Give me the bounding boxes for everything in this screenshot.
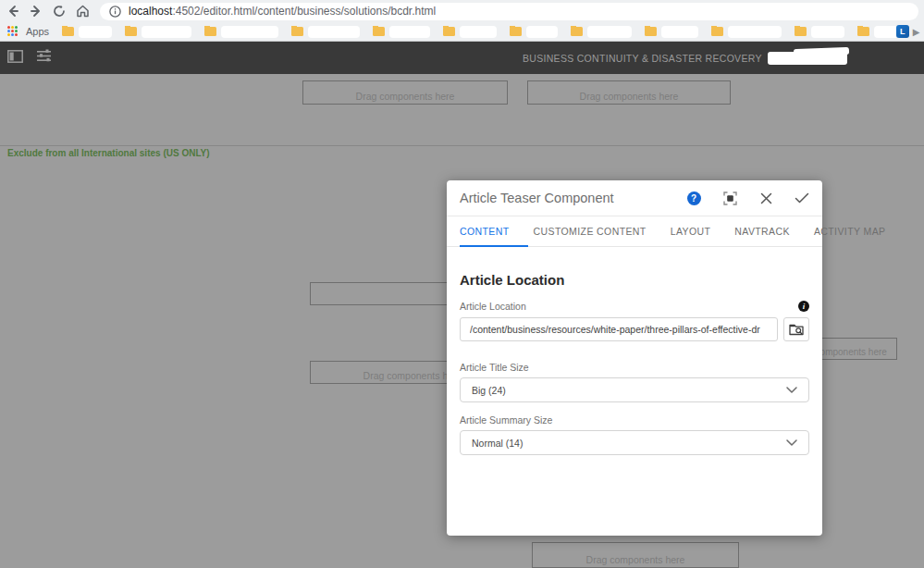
redacted-bookmark-label	[460, 26, 497, 38]
folder-icon	[645, 27, 657, 36]
folder-icon	[857, 27, 869, 36]
redacted-bookmark-label	[389, 26, 430, 38]
article-location-label: Article Location	[460, 301, 526, 312]
article-title-size-label: Article Title Size	[460, 362, 809, 373]
folder-icon	[125, 27, 137, 36]
article-summary-size-select[interactable]: Normal (14)	[460, 430, 809, 455]
fullscreen-icon[interactable]	[722, 191, 737, 205]
dialog-tabs: CONTENT CUSTOMIZE CONTENT LAYOUT NAVTRAC…	[447, 216, 822, 247]
help-icon[interactable]: ?	[686, 191, 701, 205]
chevron-down-icon	[786, 387, 797, 393]
bookmark-folder[interactable]	[62, 26, 112, 38]
redacted-bookmark-label	[142, 26, 191, 38]
folder-icon	[291, 27, 303, 36]
folder-icon	[204, 27, 216, 36]
aem-editor-toolbar: BUSINESS CONTINUITY & DISASTER RECOVERY	[0, 42, 924, 74]
section-divider	[0, 145, 924, 146]
dialog-header: Article Teaser Component ?	[447, 180, 822, 216]
redacted-bookmark-label	[221, 26, 278, 38]
url-text: localhost:4502/editor.html/content/busin…	[129, 5, 436, 18]
redacted-title-suffix	[768, 52, 847, 65]
redacted-bookmark-label	[728, 26, 782, 38]
folder-search-icon	[789, 323, 804, 336]
reload-icon[interactable]	[49, 1, 69, 21]
redacted-bookmark-label	[308, 26, 360, 38]
bookmark-items	[62, 26, 896, 38]
page-properties-icon[interactable]	[36, 49, 52, 67]
bookmark-folder[interactable]	[125, 26, 191, 38]
article-summary-size-value: Normal (14)	[472, 438, 523, 449]
tab-content[interactable]: CONTENT	[460, 216, 510, 246]
redacted-bookmark-label	[811, 26, 844, 38]
folder-icon	[571, 27, 583, 36]
folder-icon	[373, 27, 385, 36]
info-icon[interactable]: i	[798, 301, 809, 312]
folder-icon	[711, 27, 723, 36]
confirm-check-icon[interactable]	[795, 191, 809, 205]
drop-zone[interactable]: Drag components here	[532, 542, 739, 568]
article-location-input[interactable]	[460, 317, 778, 341]
redacted-bookmark-label	[874, 26, 896, 38]
article-teaser-dialog: Article Teaser Component ? CONTENT CUSTO…	[447, 180, 822, 536]
article-title-size-select[interactable]: Big (24)	[460, 377, 809, 402]
home-icon[interactable]	[72, 1, 92, 21]
bookmark-folder[interactable]	[373, 26, 430, 38]
path-browser-button[interactable]	[783, 317, 809, 341]
tab-layout[interactable]: LAYOUT	[671, 216, 711, 246]
tab-customize-content[interactable]: CUSTOMIZE CONTENT	[534, 216, 647, 246]
apps-grid-icon[interactable]	[7, 26, 18, 37]
redacted-bookmark-label	[79, 26, 112, 38]
bookmark-folder[interactable]	[645, 26, 698, 38]
folder-icon	[443, 27, 455, 36]
exclusion-note: Exclude from all International sites (US…	[7, 148, 210, 158]
bookmark-folder[interactable]	[857, 26, 896, 38]
bookmark-folder[interactable]	[510, 26, 558, 38]
bookmarks-bar: Apps L ▶	[0, 22, 924, 42]
forward-icon[interactable]	[26, 1, 46, 21]
redacted-bookmark-label	[526, 26, 558, 38]
back-icon[interactable]	[3, 1, 23, 21]
page-info-icon[interactable]	[109, 6, 121, 18]
address-bar[interactable]: localhost:4502/editor.html/content/busin…	[100, 3, 918, 20]
side-panel-toggle-icon[interactable]	[7, 50, 23, 67]
article-title-size-value: Big (24)	[472, 385, 506, 396]
bookmark-folder[interactable]	[443, 26, 497, 38]
dialog-title: Article Teaser Component	[460, 191, 686, 205]
tab-navtrack[interactable]: NAVTRACK	[734, 216, 790, 246]
folder-icon	[510, 27, 522, 36]
folder-icon	[62, 27, 74, 36]
close-icon[interactable]	[758, 191, 773, 205]
bookmark-folder[interactable]	[711, 26, 782, 38]
drop-zone[interactable]: Drag components here	[302, 80, 508, 105]
apps-label[interactable]: Apps	[26, 26, 49, 37]
article-summary-size-label: Article Summary Size	[460, 414, 809, 426]
folder-icon	[795, 27, 807, 36]
tab-activity-map[interactable]: ACTIVITY MAP	[814, 216, 886, 246]
dialog-body: Article Location Article Location i Arti…	[447, 272, 822, 455]
chevron-down-icon	[786, 439, 797, 446]
bookmarks-overflow-chevron-icon[interactable]: ▶	[913, 27, 920, 37]
bookmark-folder[interactable]	[291, 26, 360, 38]
redacted-bookmark-label	[661, 26, 698, 38]
browser-toolbar: localhost:4502/editor.html/content/busin…	[0, 0, 924, 22]
bookmark-folder[interactable]	[204, 26, 278, 38]
page-title: BUSINESS CONTINUITY & DISASTER RECOVERY	[523, 53, 762, 64]
bookmark-app-icon[interactable]: L	[896, 25, 909, 38]
bookmark-folder[interactable]	[571, 26, 632, 38]
drop-zone[interactable]: Drag components here	[527, 80, 731, 105]
redacted-bookmark-label	[587, 26, 632, 38]
bookmark-folder[interactable]	[795, 26, 844, 38]
section-title: Article Location	[460, 272, 809, 288]
